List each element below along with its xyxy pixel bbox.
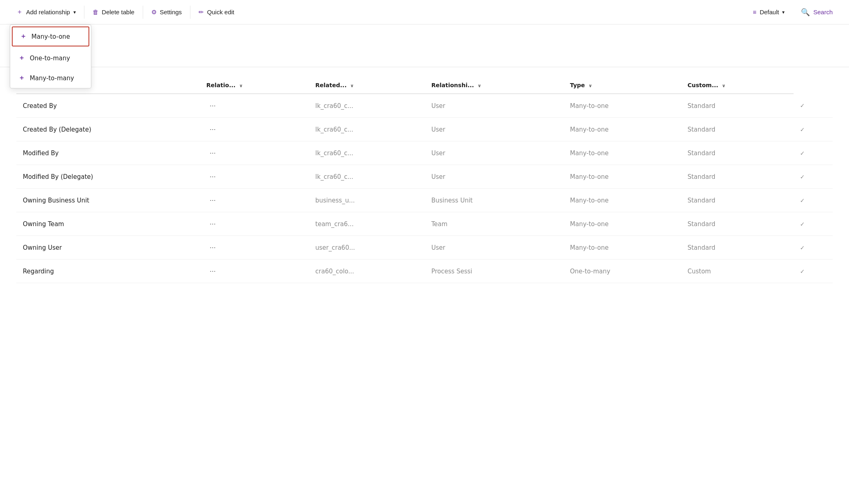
search-label: Search (813, 9, 833, 15)
cell-type: Standard (681, 165, 794, 189)
cell-relationship: One-to-many (564, 260, 681, 283)
cell-type: Standard (681, 94, 794, 118)
cell-type: Standard (681, 212, 794, 236)
chevron-type[interactable]: ∨ (588, 83, 592, 88)
chevron-custom[interactable]: ∨ (722, 83, 725, 88)
cell-ellipsis[interactable]: ··· (200, 189, 309, 212)
table-row: Modified By ··· lk_cra60_c... User Many-… (16, 141, 833, 165)
row-ellipsis-button[interactable]: ··· (206, 124, 219, 134)
cell-ellipsis[interactable]: ··· (200, 94, 309, 118)
cell-type: Standard (681, 189, 794, 212)
dropdown-label-many-to-one: Many-to-one (31, 33, 70, 40)
cell-type: Custom (681, 260, 794, 283)
col-header-custom[interactable]: Custom... ∨ (681, 77, 794, 94)
table-container: Display name ↑ ∨ Relatio... ∨ Related...… (0, 67, 849, 293)
check-icon: ✓ (800, 102, 805, 109)
cell-custom: ✓ (794, 236, 833, 260)
cell-display-name: Modified By (Delegate) (16, 165, 200, 189)
cell-relation: business_u... (309, 189, 424, 212)
cell-relationship: Many-to-one (564, 118, 681, 141)
cell-display-name: Owning User (16, 236, 200, 260)
row-ellipsis-button[interactable]: ··· (206, 148, 219, 158)
chevron-relationship[interactable]: ∨ (478, 83, 481, 88)
col-header-relationship[interactable]: Relationshi... ∨ (425, 77, 564, 94)
chevron-down-icon: ▾ (73, 9, 76, 15)
check-icon: ✓ (800, 268, 805, 275)
cell-custom: ✓ (794, 94, 833, 118)
breadcrumb-area: ...es › Color (0, 24, 849, 44)
toolbar-divider-2 (143, 6, 143, 19)
row-ellipsis-button[interactable]: ··· (206, 219, 219, 229)
cell-type: Standard (681, 141, 794, 165)
default-label: Default (760, 9, 779, 15)
cell-custom: ✓ (794, 260, 833, 283)
cell-ellipsis[interactable]: ··· (200, 165, 309, 189)
quick-edit-label: Quick edit (207, 9, 234, 15)
dropdown-item-many-to-many[interactable]: ＋ Many-to-many (10, 68, 91, 88)
plus-icon-many-to-one: ＋ (20, 32, 27, 41)
row-ellipsis-button[interactable]: ··· (206, 172, 219, 182)
cell-relation: team_cra6... (309, 212, 424, 236)
row-ellipsis-button[interactable]: ··· (206, 266, 219, 276)
cell-display-name: Created By (Delegate) (16, 118, 200, 141)
cell-related: Process Sessi (425, 260, 564, 283)
table-row: Modified By (Delegate) ··· lk_cra60_c...… (16, 165, 833, 189)
delete-table-label: Delete table (102, 9, 135, 15)
trash-icon: 🗑 (93, 9, 99, 15)
cell-custom: ✓ (794, 189, 833, 212)
chevron-related[interactable]: ∨ (350, 83, 354, 88)
cell-related: Business Unit (425, 189, 564, 212)
cell-relationship: Many-to-one (564, 165, 681, 189)
table-row: Owning Team ··· team_cra6... Team Many-t… (16, 212, 833, 236)
cell-related: Team (425, 212, 564, 236)
cell-relation: lk_cra60_c... (309, 94, 424, 118)
cell-related: User (425, 236, 564, 260)
cell-related: User (425, 118, 564, 141)
cell-type: Standard (681, 118, 794, 141)
tabs: ...os Views (0, 44, 849, 67)
cell-display-name: Regarding (16, 260, 200, 283)
cell-ellipsis[interactable]: ··· (200, 118, 309, 141)
col-header-relation[interactable]: Relatio... ∨ (200, 77, 309, 94)
plus-icon-many-to-many: ＋ (18, 74, 25, 82)
row-ellipsis-button[interactable]: ··· (206, 101, 219, 111)
dropdown-item-one-to-many[interactable]: ＋ One-to-many (10, 48, 91, 68)
row-ellipsis-button[interactable]: ··· (206, 242, 219, 253)
cell-custom: ✓ (794, 118, 833, 141)
pencil-icon: ✏ (199, 9, 204, 16)
table-row: Owning Business Unit ··· business_u... B… (16, 189, 833, 212)
row-ellipsis-button[interactable]: ··· (206, 195, 219, 205)
cell-display-name: Owning Business Unit (16, 189, 200, 212)
check-icon: ✓ (800, 244, 805, 251)
default-view-button[interactable]: ≡ Default ▾ (746, 5, 791, 19)
search-icon: 🔍 (801, 8, 810, 17)
search-button[interactable]: 🔍 Search (794, 4, 839, 20)
dropdown-item-many-to-one[interactable]: ＋ Many-to-one (12, 26, 89, 46)
chevron-relation[interactable]: ∨ (239, 83, 243, 88)
cell-ellipsis[interactable]: ··· (200, 141, 309, 165)
plus-icon: ＋ (16, 8, 23, 16)
cell-relation: cra60_colo... (309, 260, 424, 283)
cell-relation: user_cra60... (309, 236, 424, 260)
cell-display-name: Created By (16, 94, 200, 118)
cell-display-name: Owning Team (16, 212, 200, 236)
add-relationship-label: Add relationship (26, 9, 70, 15)
check-icon: ✓ (800, 150, 805, 156)
table-row: Created By ··· lk_cra60_c... User Many-t… (16, 94, 833, 118)
cell-ellipsis[interactable]: ··· (200, 260, 309, 283)
cell-type: Standard (681, 236, 794, 260)
col-header-type[interactable]: Type ∨ (564, 77, 681, 94)
cell-ellipsis[interactable]: ··· (200, 236, 309, 260)
cell-ellipsis[interactable]: ··· (200, 212, 309, 236)
toolbar-divider-3 (190, 6, 190, 19)
delete-table-button[interactable]: 🗑 Delete table (86, 5, 141, 19)
quick-edit-button[interactable]: ✏ Quick edit (192, 5, 241, 19)
check-icon: ✓ (800, 221, 805, 227)
settings-label: Settings (160, 9, 182, 15)
toolbar-right: ≡ Default ▾ 🔍 Search (746, 4, 839, 20)
add-relationship-button[interactable]: ＋ Add relationship ▾ (10, 4, 82, 20)
settings-button[interactable]: ⚙ Settings (145, 5, 188, 19)
cell-relation: lk_cra60_c... (309, 141, 424, 165)
col-header-related[interactable]: Related... ∨ (309, 77, 424, 94)
table-row: Regarding ··· cra60_colo... Process Sess… (16, 260, 833, 283)
